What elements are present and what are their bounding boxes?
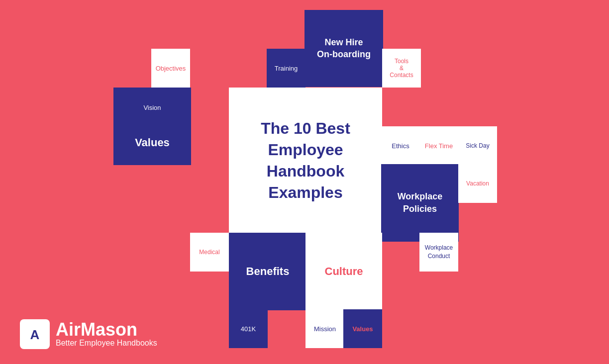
401k-block: 401K — [229, 309, 268, 348]
logo-text-area: AirMason Better Employee Handbooks — [56, 321, 157, 348]
benefits-block: Benefits — [229, 233, 306, 310]
objectives-block: Objectives — [151, 49, 190, 88]
center-title-block: The 10 Best Employee Handbook Examples — [229, 88, 382, 234]
workplace-policies-block: Workplace Policies — [381, 164, 459, 242]
culture-block: Culture — [305, 233, 382, 310]
main-canvas: New Hire On-boarding Training Objectives… — [0, 0, 609, 364]
vision-label: Vision — [135, 104, 170, 111]
values-left-block: Vision Values — [113, 88, 191, 165]
ethics-block: Ethics — [381, 126, 420, 165]
values-bottom-block: Values — [343, 309, 382, 348]
flextime-block: Flex Time — [419, 126, 458, 165]
new-hire-block: New Hire On-boarding — [304, 10, 383, 87]
training-block: Training — [267, 49, 305, 88]
svg-text:A: A — [30, 327, 40, 342]
workplace-conduct-block: Workplace Conduct — [419, 233, 458, 272]
logo-icon: A — [20, 319, 50, 349]
tools-contacts-block: Tools & Contacts — [382, 49, 421, 88]
logo-area: A AirMason Better Employee Handbooks — [20, 319, 157, 349]
vacation-block: Vacation — [458, 164, 497, 203]
mission-block: Mission — [305, 309, 344, 348]
sickday-block: Sick Day — [458, 126, 497, 165]
medical-block: Medical — [190, 233, 229, 272]
